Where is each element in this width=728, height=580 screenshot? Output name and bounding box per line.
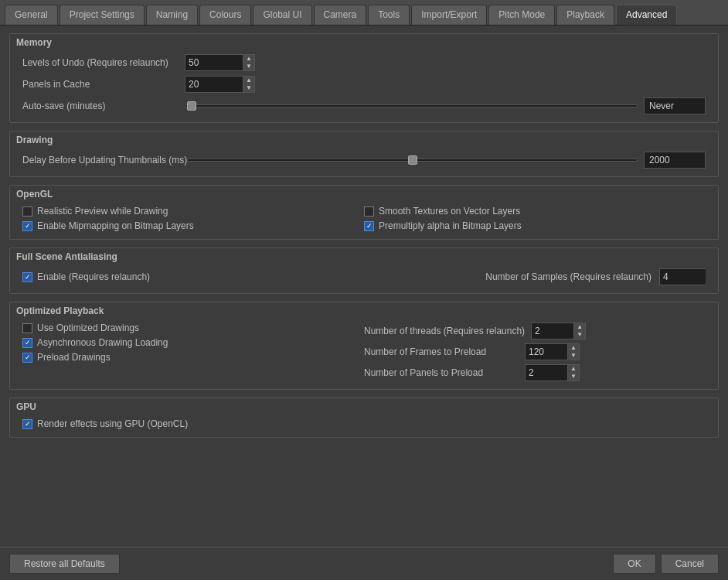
op-arrows-2: ▲ ▼ [567, 364, 580, 381]
restore-defaults-button[interactable]: Restore all Defaults [9, 554, 120, 574]
ok-cancel-group: OK Cancel [613, 554, 719, 574]
drawing-title: Drawing [10, 131, 718, 147]
cache-input[interactable] [185, 76, 243, 93]
tab-tools[interactable]: Tools [368, 5, 410, 25]
thumbnail-row: Delay Before Updating Thumbnails (ms) 20… [22, 152, 706, 169]
op-input-0[interactable] [531, 322, 573, 339]
tab-global-ui[interactable]: Global UI [253, 5, 311, 25]
bottom-bar: Restore all Defaults OK Cancel [0, 547, 728, 580]
autosave-value: Never [644, 97, 706, 114]
cancel-button[interactable]: Cancel [661, 554, 719, 574]
tab-project-settings[interactable]: Project Settings [60, 5, 145, 25]
opengl-item-3[interactable]: Premultiply alpha in Bitmap Layers [364, 220, 706, 231]
opengl-label-2: Enable Mipmapping on Bitmap Layers [37, 220, 194, 231]
tab-naming[interactable]: Naming [146, 5, 198, 25]
op-down-2[interactable]: ▼ [568, 373, 579, 380]
opengl-grid: Realistic Preview while Drawing Smooth T… [22, 206, 706, 231]
undo-input[interactable] [185, 54, 243, 71]
op-grid: Use Optimized Drawings Asynchronous Draw… [22, 322, 706, 381]
tab-pitch-mode[interactable]: Pitch Mode [488, 5, 555, 25]
fsa-right: Number of Samples (Requires relaunch) [485, 268, 706, 285]
cache-up[interactable]: ▲ [243, 77, 254, 84]
opengl-item-1[interactable]: Smooth Textures on Vector Layers [364, 206, 706, 217]
op-spinbox-0[interactable]: ▲ ▼ [531, 322, 586, 339]
op-arrows-1: ▲ ▼ [567, 343, 580, 360]
memory-body: Levels of Undo (Requires relaunch) ▲ ▼ P… [10, 49, 718, 122]
op-label-0: Use Optimized Drawings [37, 322, 139, 333]
fsa-samples-spinbox[interactable] [659, 268, 706, 285]
gpu-render[interactable]: Render effects using GPU (OpenCL) [22, 418, 706, 429]
opengl-checkbox-0[interactable] [22, 206, 32, 217]
undo-arrows: ▲ ▼ [243, 54, 255, 71]
op-label-2: Preload Drawings [37, 352, 111, 363]
ok-button[interactable]: OK [613, 554, 655, 574]
opengl-item-0[interactable]: Realistic Preview while Drawing [22, 206, 364, 217]
autosave-slider-track[interactable] [185, 104, 638, 107]
op-right-row-2: Number of Panels to Preload ▲ ▼ [364, 364, 706, 381]
undo-label: Levels of Undo (Requires relaunch) [22, 57, 185, 68]
op-input-2[interactable] [525, 364, 567, 381]
gpu-title: GPU [10, 398, 718, 414]
drawing-body: Delay Before Updating Thumbnails (ms) 20… [10, 147, 718, 176]
gpu-checkbox[interactable] [22, 419, 32, 429]
op-left: Use Optimized Drawings Asynchronous Draw… [22, 322, 364, 381]
fsa-samples-input[interactable] [659, 268, 706, 285]
fsa-section: Full Scene Antialiasing Enable (Requires… [9, 247, 719, 294]
op-item-0[interactable]: Use Optimized Drawings [22, 322, 364, 333]
dialog: General Project Settings Naming Colours … [0, 0, 728, 580]
tab-advanced[interactable]: Advanced [616, 5, 677, 25]
thumbnail-slider-thumb[interactable] [408, 155, 417, 165]
gpu-body: Render effects using GPU (OpenCL) [10, 414, 718, 437]
drawing-section: Drawing Delay Before Updating Thumbnails… [9, 131, 719, 177]
op-up-0[interactable]: ▲ [574, 323, 585, 331]
tab-camera[interactable]: Camera [314, 5, 367, 25]
fsa-enable[interactable]: Enable (Requires relaunch) [22, 271, 150, 282]
cache-down[interactable]: ▼ [243, 84, 254, 92]
op-down-1[interactable]: ▼ [568, 352, 579, 360]
tab-general[interactable]: General [5, 5, 58, 25]
tab-playback[interactable]: Playback [556, 5, 614, 25]
opengl-body: Realistic Preview while Drawing Smooth T… [10, 201, 718, 239]
fsa-checkbox[interactable] [22, 272, 32, 282]
op-up-1[interactable]: ▲ [568, 344, 579, 352]
op-arrows-0: ▲ ▼ [573, 322, 586, 339]
opengl-section: OpenGL Realistic Preview while Drawing S… [9, 185, 719, 240]
opengl-checkbox-3[interactable] [364, 221, 374, 231]
cache-row: Panels in Cache ▲ ▼ [22, 76, 706, 93]
autosave-row: Auto-save (minutes) Never [22, 97, 706, 114]
autosave-slider-thumb[interactable] [187, 101, 196, 111]
op-item-2[interactable]: Preload Drawings [22, 352, 364, 363]
cache-label: Panels in Cache [22, 79, 185, 90]
opengl-checkbox-1[interactable] [364, 206, 374, 217]
op-checkbox-0[interactable] [22, 323, 32, 333]
opengl-label-3: Premultiply alpha in Bitmap Layers [379, 220, 522, 231]
fsa-body: Enable (Requires relaunch) Number of Sam… [10, 264, 718, 293]
op-right-label-0: Number of threads (Requires relaunch) [364, 326, 525, 336]
opengl-checkbox-2[interactable] [22, 221, 32, 231]
op-title: Optimized Playback [10, 302, 718, 318]
op-checkbox-1[interactable] [22, 338, 32, 348]
opengl-label-0: Realistic Preview while Drawing [37, 206, 168, 217]
undo-spinbox[interactable]: ▲ ▼ [185, 54, 255, 71]
op-up-2[interactable]: ▲ [568, 365, 579, 373]
autosave-slider-container: Never [185, 97, 706, 114]
op-right-row-0: Number of threads (Requires relaunch) ▲ … [364, 322, 706, 339]
op-down-0[interactable]: ▼ [574, 331, 585, 339]
op-spinbox-1[interactable]: ▲ ▼ [525, 343, 580, 360]
thumbnail-slider-track[interactable] [187, 159, 638, 162]
undo-row: Levels of Undo (Requires relaunch) ▲ ▼ [22, 54, 706, 71]
op-checkbox-2[interactable] [22, 353, 32, 363]
cache-arrows: ▲ ▼ [243, 76, 255, 93]
tab-colours[interactable]: Colours [199, 5, 251, 25]
op-spinbox-2[interactable]: ▲ ▼ [525, 364, 580, 381]
thumbnail-slider-container: 2000 [187, 152, 706, 169]
undo-down[interactable]: ▼ [243, 63, 254, 70]
op-input-1[interactable] [525, 343, 567, 360]
undo-up[interactable]: ▲ [243, 55, 254, 63]
op-item-1[interactable]: Asynchronous Drawing Loading [22, 337, 364, 348]
op-right-label-1: Number of Frames to Preload [364, 346, 519, 357]
memory-section: Memory Levels of Undo (Requires relaunch… [9, 33, 719, 123]
cache-spinbox[interactable]: ▲ ▼ [185, 76, 255, 93]
tab-import-export[interactable]: Import/Export [411, 5, 487, 25]
opengl-item-2[interactable]: Enable Mipmapping on Bitmap Layers [22, 220, 364, 231]
